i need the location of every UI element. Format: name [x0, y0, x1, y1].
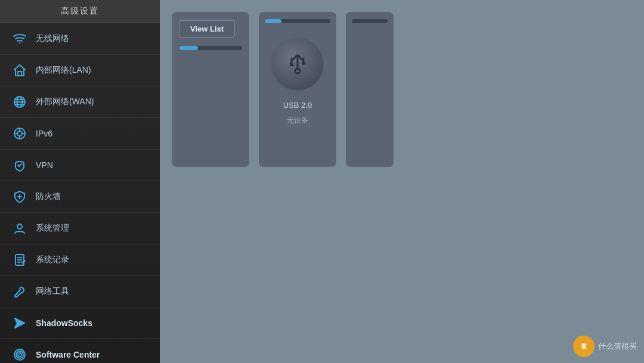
- svg-point-8: [17, 131, 22, 136]
- sidebar-item-label: 网络工具: [36, 286, 69, 297]
- sidebar-item-wireless[interactable]: 无线网络: [0, 23, 160, 55]
- progress-fill-2: [265, 19, 281, 23]
- watermark-circle: 值: [573, 336, 595, 357]
- sidebar-item-label: 系统管理: [36, 223, 69, 234]
- usb-label: USB 2.0: [283, 101, 312, 110]
- svg-point-22: [16, 351, 23, 358]
- admin-icon: [12, 221, 27, 236]
- spiral-icon: [12, 347, 27, 362]
- shield-icon: [12, 189, 27, 204]
- usb-card-1: View List: [172, 12, 249, 167]
- sidebar-header: 高级设置: [0, 0, 160, 23]
- sidebar-item-label: 内部网络(LAN): [36, 65, 91, 76]
- globe-icon: [12, 94, 27, 110]
- usb-card-2: USB 2.0 无设备: [259, 12, 336, 167]
- ipv6-icon: [12, 126, 27, 141]
- sidebar-item-label: 无线网络: [36, 33, 69, 44]
- svg-point-0: [19, 42, 20, 44]
- home-icon: [12, 63, 27, 78]
- svg-point-30: [302, 61, 305, 65]
- svg-point-15: [17, 224, 22, 229]
- sidebar-item-syslog[interactable]: 系统记录: [0, 244, 160, 276]
- view-list-button[interactable]: View List: [179, 20, 235, 38]
- tools-icon: [12, 284, 27, 299]
- svg-rect-29: [290, 63, 293, 66]
- sidebar: 高级设置 无线网络 内部网络(LAN): [0, 0, 160, 363]
- sidebar-item-shadowsocks[interactable]: ShadowSocks: [0, 308, 160, 339]
- sidebar-item-lan[interactable]: 内部网络(LAN): [0, 55, 160, 86]
- sidebar-item-nettools[interactable]: 网络工具: [0, 276, 160, 308]
- sidebar-item-label: 系统记录: [36, 255, 69, 265]
- progress-bar-3: [352, 19, 388, 23]
- usb-card-3: [346, 12, 394, 167]
- main-content: View List USB 2.0 无设备: [160, 0, 644, 363]
- sidebar-item-vpn[interactable]: VPN: [0, 150, 160, 181]
- arrow-icon: [12, 315, 27, 331]
- sidebar-item-softcenter[interactable]: Software Center: [0, 339, 160, 363]
- usb-no-device: 无设备: [287, 116, 308, 126]
- watermark: 值 什么值得买: [573, 336, 637, 357]
- usb-icon-circle: [271, 38, 324, 91]
- sidebar-item-label: ShadowSocks: [36, 318, 92, 328]
- svg-point-23: [18, 353, 21, 356]
- svg-marker-20: [15, 318, 24, 328]
- vpn-icon: [12, 157, 27, 173]
- progress-bar-2: [265, 19, 330, 23]
- svg-rect-1: [18, 72, 21, 76]
- sidebar-item-ipv6[interactable]: IPv6: [0, 118, 160, 150]
- watermark-text: 什么值得买: [598, 341, 637, 352]
- wifi-icon: [12, 31, 27, 46]
- sidebar-item-wan[interactable]: 外部网络(WAN): [0, 86, 160, 118]
- sidebar-item-label: IPv6: [36, 129, 52, 138]
- sidebar-item-label: VPN: [36, 160, 53, 170]
- progress-fill-1: [179, 46, 198, 50]
- sidebar-item-label: 防火墙: [36, 191, 61, 202]
- sidebar-item-firewall[interactable]: 防火墙: [0, 181, 160, 213]
- sidebar-item-sysadmin[interactable]: 系统管理: [0, 213, 160, 244]
- log-icon: [12, 252, 27, 268]
- sidebar-item-label: Software Center: [36, 350, 100, 359]
- svg-point-31: [295, 69, 300, 73]
- progress-bar-1: [179, 46, 242, 50]
- sidebar-item-label: 外部网络(WAN): [36, 97, 94, 107]
